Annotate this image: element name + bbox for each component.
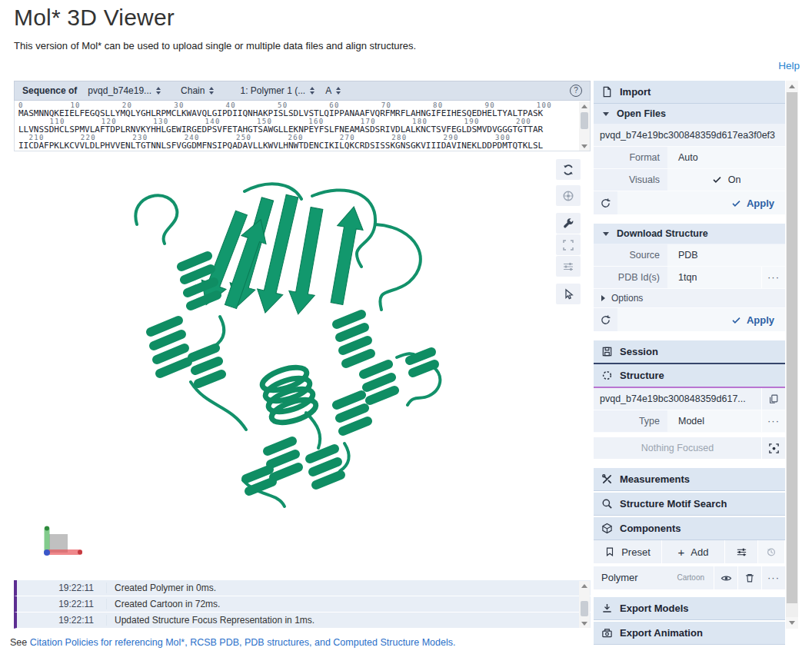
section-import[interactable]: Import xyxy=(594,81,785,104)
subsection-download-structure[interactable]: Download Structure xyxy=(594,224,785,244)
section-session[interactable]: Session xyxy=(594,340,785,364)
scroll-down-icon[interactable] xyxy=(579,619,590,628)
check-icon xyxy=(731,198,741,208)
delete-button[interactable] xyxy=(737,566,761,589)
pdb-id-input[interactable]: 1tqn xyxy=(667,267,761,288)
component-name-button[interactable]: Polymer xyxy=(594,566,677,589)
axes-icon xyxy=(35,525,89,566)
refresh-icon xyxy=(600,198,611,209)
scrollbar-thumb[interactable] xyxy=(581,601,588,616)
citation-link[interactable]: Citation Policies for referencing Mol*, … xyxy=(30,637,456,648)
reset-camera-icon xyxy=(562,164,574,176)
copy-button[interactable] xyxy=(761,388,785,410)
axes-widget[interactable] xyxy=(35,525,89,566)
source-select[interactable]: PDB xyxy=(667,244,785,266)
scrollbar-thumb[interactable] xyxy=(787,92,797,603)
screenshot-icon xyxy=(562,190,574,202)
screenshot-button[interactable] xyxy=(556,185,581,206)
visibility-toggle[interactable] xyxy=(714,566,737,589)
structure-select[interactable]: pvqd_b74e19... xyxy=(88,85,161,96)
open-file-name[interactable]: pvqd_b74e19bc300848359d617ea3f0ef3 xyxy=(594,124,785,146)
type-select[interactable]: Model xyxy=(667,410,761,432)
format-select[interactable]: Auto xyxy=(667,147,785,168)
more-options-button[interactable]: ··· xyxy=(761,566,785,589)
check-icon xyxy=(712,174,722,184)
history-button[interactable] xyxy=(758,540,785,563)
sequence-help-icon[interactable]: ? xyxy=(570,85,582,97)
focus-placeholder: Nothing Focused xyxy=(594,437,761,459)
log-timestamp: 19:22:11 xyxy=(17,583,106,593)
log-entry: 19:22:11 Updated Structure Focus Represe… xyxy=(14,613,591,629)
page-subtitle: This version of Mol* can be used to uplo… xyxy=(14,40,416,51)
panel-scrollbar[interactable] xyxy=(786,81,798,629)
more-options-button[interactable]: ··· xyxy=(761,410,785,432)
citation-line: See Citation Policies for referencing Mo… xyxy=(10,637,455,648)
cursor-icon xyxy=(562,288,574,300)
scroll-up-icon[interactable] xyxy=(786,81,798,92)
sequence-mode-select[interactable]: Chain xyxy=(181,85,214,96)
section-export-animation[interactable]: Export Animation xyxy=(594,622,785,645)
selection-mode-button[interactable] xyxy=(556,284,581,304)
apply-button[interactable]: Apply xyxy=(617,191,785,214)
section-structure[interactable]: Structure xyxy=(594,364,785,388)
sequence-residues[interactable]: LLVNSSDHCLSPMVLAFTDPLRNVKYHHLGEWIRGEDPSV… xyxy=(18,125,590,134)
sequence-toolbar: Sequence of pvqd_b74e19... Chain 1: Poly… xyxy=(14,81,591,101)
chain-select[interactable]: A xyxy=(325,85,341,96)
scroll-up-icon[interactable] xyxy=(579,581,590,590)
section-title: Import xyxy=(620,86,651,98)
subsection-title: Download Structure xyxy=(617,228,708,239)
sequence-panel: 0 10 20 30 40 50 60 70 80 90 100 MASMNNQ… xyxy=(14,101,591,151)
section-components[interactable]: Components xyxy=(594,517,785,540)
trash-icon xyxy=(744,573,755,583)
chevron-down-icon xyxy=(603,112,609,116)
scroll-down-icon[interactable] xyxy=(579,141,590,151)
settings-button[interactable] xyxy=(556,256,581,277)
ellipsis-icon: ··· xyxy=(767,267,780,288)
updown-icon xyxy=(156,87,161,95)
file-icon xyxy=(594,86,620,98)
visuals-toggle[interactable]: On xyxy=(667,169,785,191)
updown-icon xyxy=(310,87,314,95)
type-label: Type xyxy=(594,410,667,432)
expand-button[interactable] xyxy=(556,234,581,255)
polymer-select[interactable]: 1: Polymer 1 (... xyxy=(240,85,314,96)
log-scrollbar[interactable] xyxy=(579,581,590,628)
wrench-icon xyxy=(562,217,574,230)
add-component-button[interactable]: + Add xyxy=(662,540,725,563)
ellipsis-icon: ··· xyxy=(767,566,780,589)
log-timestamp: 19:22:11 xyxy=(17,599,106,609)
preset-button[interactable]: Preset xyxy=(594,540,662,563)
help-link[interactable]: Help xyxy=(778,60,800,71)
sequence-residues[interactable]: IICDAFPKLKCVVLDLPHVVENLTGTNNLSFVGGDMFNSI… xyxy=(18,141,590,150)
updown-icon xyxy=(336,87,341,95)
focus-target-button[interactable] xyxy=(761,437,785,459)
updown-icon xyxy=(209,87,214,95)
sliders-icon xyxy=(562,261,574,273)
scroll-up-icon[interactable] xyxy=(579,101,590,111)
subsection-open-files[interactable]: Open Files xyxy=(594,104,785,124)
log-entry: 19:22:11 Created Polymer in 0ms. xyxy=(14,580,591,596)
section-export-models[interactable]: Export Models xyxy=(594,597,785,620)
reset-camera-button[interactable] xyxy=(556,159,581,180)
section-title: Session xyxy=(620,346,658,357)
component-options-button[interactable] xyxy=(725,540,758,563)
sequence-scrollbar[interactable] xyxy=(579,101,590,151)
refresh-button[interactable] xyxy=(594,308,617,331)
preset-icon xyxy=(604,546,615,557)
controls-toggle-button[interactable] xyxy=(556,213,581,234)
more-options-button[interactable]: ··· xyxy=(761,267,785,288)
history-icon xyxy=(766,546,777,557)
structure-name[interactable]: pvqd_b74e19bc300848359d617... xyxy=(594,388,761,410)
sequence-residues[interactable]: MASMNNQKEIELFEGQSLLYMQLYGHLRPMCLKWAVQLGI… xyxy=(18,109,590,118)
options-expander[interactable]: Options xyxy=(594,289,785,308)
sliders-icon xyxy=(736,546,747,558)
refresh-button[interactable] xyxy=(594,191,617,214)
scroll-down-icon[interactable] xyxy=(786,617,798,629)
viewport-3d[interactable] xyxy=(14,151,591,580)
log-entry: 19:22:11 Created Cartoon in 72ms. xyxy=(14,596,591,613)
apply-button[interactable]: Apply xyxy=(617,308,785,331)
target-icon xyxy=(768,443,780,454)
scrollbar-thumb[interactable] xyxy=(581,112,588,129)
section-measurements[interactable]: Measurements xyxy=(594,468,785,491)
section-motif-search[interactable]: Structure Motif Search xyxy=(594,493,785,516)
